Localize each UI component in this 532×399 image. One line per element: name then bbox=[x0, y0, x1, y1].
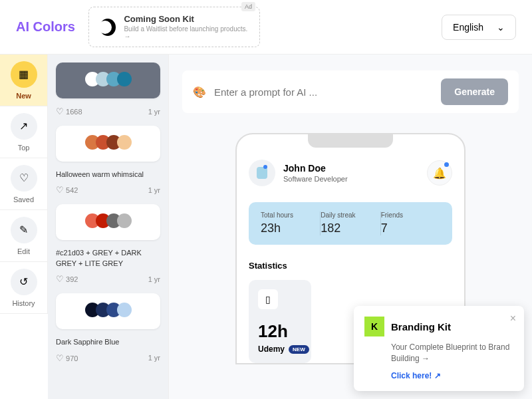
swatches bbox=[65, 213, 151, 228]
stat-label: Total hours bbox=[261, 211, 312, 219]
statistics-title: Statistics bbox=[249, 261, 452, 271]
popup-subtitle: Your Complete Blueprint to Brand Buildin… bbox=[391, 342, 513, 364]
swatches bbox=[65, 303, 151, 317]
palette-card[interactable] bbox=[56, 126, 160, 162]
card-name: Udemy NEW bbox=[258, 344, 302, 354]
palette-name: #c21d03 + GREY + DARK GREY + LITE GREY bbox=[56, 248, 160, 269]
palette-meta: ♡ 16681 yr bbox=[56, 106, 160, 116]
stat-value: 7 bbox=[381, 221, 432, 235]
close-icon[interactable]: × bbox=[510, 313, 516, 325]
stat-item: Daily streak182 bbox=[321, 211, 380, 235]
sidebar: ▦New↗Top♡Saved✎Edit↺History bbox=[0, 55, 48, 399]
logo[interactable]: AI Colors bbox=[16, 19, 75, 35]
prompt-bar: 🎨 Generate bbox=[182, 70, 519, 113]
card-value: 12h bbox=[258, 321, 302, 342]
nav-icon: ↗ bbox=[11, 113, 37, 140]
nav-label: Edit bbox=[17, 247, 30, 255]
palette-list: ♡ 16681 yrHalloween warm whimsical♡ 5421… bbox=[48, 55, 169, 399]
swatches bbox=[65, 72, 151, 86]
stat-value: 23h bbox=[261, 221, 312, 235]
heart-icon[interactable]: ♡ bbox=[56, 274, 64, 284]
prompt-input[interactable] bbox=[214, 86, 433, 98]
chevron-down-icon: ⌄ bbox=[497, 22, 505, 33]
popup-link[interactable]: Click here!↗ bbox=[391, 371, 513, 380]
popup-title: Branding Kit bbox=[391, 321, 451, 332]
palette-meta: ♡ 5421 yr bbox=[56, 185, 160, 195]
phone-notch bbox=[308, 134, 393, 148]
heart-icon[interactable]: ♡ bbox=[56, 106, 64, 116]
profile-role: Software Developer bbox=[283, 175, 348, 183]
swatches bbox=[65, 135, 151, 150]
stat-item: Total hours23h bbox=[261, 211, 321, 235]
palette-meta: ♡ 3921 yr bbox=[56, 274, 160, 284]
palette-card[interactable] bbox=[56, 293, 160, 329]
nav-edit[interactable]: ✎Edit bbox=[0, 210, 48, 262]
nav-icon: ♡ bbox=[11, 165, 37, 192]
moon-icon bbox=[100, 19, 116, 36]
external-icon: ↗ bbox=[434, 371, 441, 380]
palette-meta: ♡ 9701 yr bbox=[56, 353, 160, 363]
nav-history[interactable]: ↺History bbox=[0, 262, 48, 314]
branding-popup: × K Branding Kit Your Complete Blueprint… bbox=[354, 306, 524, 391]
nav-label: Saved bbox=[13, 196, 34, 203]
stat-item: Friends7 bbox=[381, 211, 440, 235]
avatar bbox=[249, 160, 275, 186]
heart-icon[interactable]: ♡ bbox=[56, 353, 64, 363]
language-label: English bbox=[453, 22, 483, 33]
palette-card[interactable] bbox=[56, 204, 160, 240]
book-icon: ▯ bbox=[258, 289, 278, 309]
generate-button[interactable]: Generate bbox=[441, 78, 508, 105]
stat-card-udemy[interactable]: ▯ 12h Udemy NEW bbox=[249, 280, 311, 363]
promo-banner[interactable]: Ad Coming Soon Kit Build a Waitlist befo… bbox=[88, 7, 260, 47]
bell-icon[interactable]: 🔔 bbox=[427, 160, 452, 186]
nav-label: New bbox=[16, 92, 31, 100]
nav-saved[interactable]: ♡Saved bbox=[0, 158, 48, 210]
heart-icon[interactable]: ♡ bbox=[56, 185, 64, 195]
promo-subtitle: Build a Waitlist before launching produc… bbox=[124, 25, 248, 40]
nav-icon: ✎ bbox=[11, 217, 37, 243]
palette-icon: 🎨 bbox=[193, 86, 206, 98]
nav-icon: ▦ bbox=[11, 61, 37, 88]
stat-label: Daily streak bbox=[321, 211, 372, 219]
content-area: 🎨 Generate John Doe Software Developer 🔔… bbox=[169, 55, 532, 399]
palette-name: Dark Sapphire Blue bbox=[56, 337, 160, 347]
stat-label: Friends bbox=[381, 211, 432, 219]
profile-name: John Doe bbox=[283, 163, 348, 174]
palette-name: Halloween warm whimsical bbox=[56, 170, 160, 180]
nav-top[interactable]: ↗Top bbox=[0, 106, 48, 158]
ad-tag: Ad bbox=[241, 2, 255, 11]
nav-icon: ↺ bbox=[11, 269, 37, 295]
stat-value: 182 bbox=[321, 221, 372, 235]
popup-brand-icon: K bbox=[364, 317, 384, 336]
stats-bar: Total hours23hDaily streak182Friends7 bbox=[249, 202, 452, 245]
nav-label: History bbox=[12, 299, 35, 307]
promo-title: Coming Soon Kit bbox=[124, 14, 248, 24]
new-badge: NEW bbox=[289, 345, 309, 354]
palette-card[interactable] bbox=[56, 63, 160, 98]
language-select[interactable]: English ⌄ bbox=[442, 15, 516, 40]
nav-new[interactable]: ▦New bbox=[0, 55, 48, 106]
nav-label: Top bbox=[18, 144, 30, 152]
